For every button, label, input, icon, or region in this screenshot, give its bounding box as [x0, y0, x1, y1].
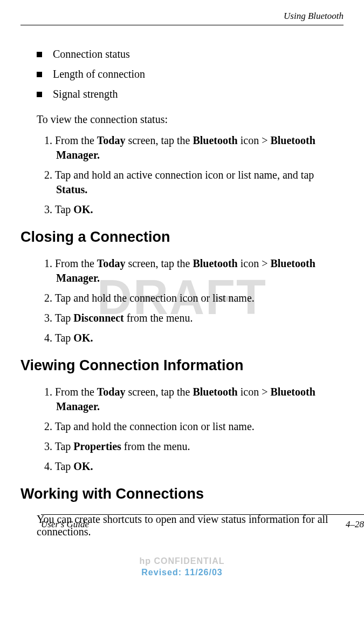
- t: screen, tap the: [125, 134, 193, 146]
- bullet-text: Connection status: [53, 48, 130, 60]
- step: 2. Tap and hold an active connection ico…: [44, 168, 344, 197]
- page-content: Connection status Length of connection S…: [20, 48, 344, 538]
- t: screen, tap the: [125, 386, 193, 398]
- bold: Today: [97, 386, 126, 398]
- t: 3. Tap: [44, 312, 73, 324]
- footer-left: User's Guide: [41, 519, 89, 530]
- confidential-stamp: hp CONFIDENTIAL Revised: 11/26/03: [20, 556, 344, 578]
- steps-status: 1. From the Today screen, tap the Blueto…: [44, 133, 344, 217]
- bold: Bluetooth: [193, 257, 237, 269]
- bullet-list: Connection status Length of connection S…: [37, 48, 344, 100]
- bold: Disconnect: [73, 312, 123, 324]
- confidential-line2: Revised: 11/26/03: [20, 567, 344, 578]
- t: 2. Tap and hold an active connection ico…: [44, 169, 314, 181]
- step: 4. Tap OK.: [44, 331, 344, 345]
- list-item: Length of connection: [37, 68, 344, 80]
- bold: Bluetooth: [193, 134, 237, 146]
- t: 3. Tap: [44, 203, 73, 215]
- bold: OK.: [73, 203, 93, 215]
- t: 4. Tap: [44, 460, 73, 472]
- list-item: Signal strength: [37, 88, 344, 100]
- footer-right: 4–28: [346, 519, 364, 530]
- intro-paragraph: To view the connection status:: [37, 113, 344, 126]
- t: 1. From the: [44, 134, 97, 146]
- square-bullet-icon: [37, 72, 42, 77]
- step: 1. From the Today screen, tap the Blueto…: [44, 385, 344, 414]
- bold: Bluetooth: [193, 386, 237, 398]
- t: 1. From the: [44, 257, 97, 269]
- bold: OK.: [73, 460, 93, 472]
- heading-working: Working with Connections: [20, 486, 344, 502]
- bold: OK.: [73, 332, 93, 344]
- step: 1. From the Today screen, tap the Blueto…: [44, 133, 344, 162]
- running-header: Using Bluetooth: [20, 11, 344, 25]
- t: icon >: [238, 257, 271, 269]
- step: 3. Tap Disconnect from the menu.: [44, 311, 344, 325]
- t: 4. Tap: [44, 332, 73, 344]
- heading-closing: Closing a Connection: [20, 229, 344, 246]
- bold: Status.: [56, 183, 87, 195]
- t: screen, tap the: [125, 257, 193, 269]
- bold: Properties: [73, 440, 121, 452]
- step: 3. Tap Properties from the menu.: [44, 439, 344, 454]
- step: 4. Tap OK.: [44, 459, 344, 474]
- t: from the menu.: [124, 312, 193, 324]
- bullet-text: Signal strength: [53, 88, 118, 100]
- step: 1. From the Today screen, tap the Blueto…: [44, 256, 344, 285]
- bullet-text: Length of connection: [53, 68, 145, 80]
- bold: Today: [97, 257, 126, 269]
- t: 3. Tap: [44, 440, 73, 452]
- page-footer: User's Guide 4–28: [41, 514, 364, 530]
- square-bullet-icon: [37, 52, 42, 57]
- t: from the menu.: [121, 440, 190, 452]
- confidential-line1: hp CONFIDENTIAL: [20, 556, 344, 567]
- step: 3. Tap OK.: [44, 202, 344, 217]
- heading-viewing: Viewing Connection Information: [20, 357, 344, 374]
- step: 2. Tap and hold the connection icon or l…: [44, 419, 344, 434]
- step: 2. Tap and hold the connection icon or l…: [44, 291, 344, 305]
- t: icon >: [238, 134, 271, 146]
- steps-viewing: 1. From the Today screen, tap the Blueto…: [44, 385, 344, 474]
- list-item: Connection status: [37, 48, 344, 60]
- bold: Today: [97, 134, 126, 146]
- steps-closing: 1. From the Today screen, tap the Blueto…: [44, 256, 344, 345]
- t: 1. From the: [44, 386, 97, 398]
- square-bullet-icon: [37, 92, 42, 97]
- t: icon >: [238, 386, 271, 398]
